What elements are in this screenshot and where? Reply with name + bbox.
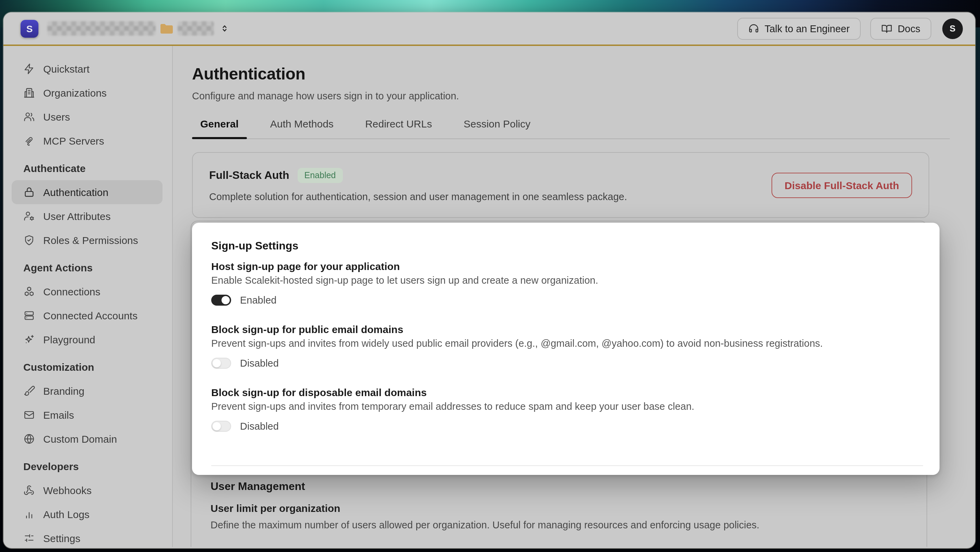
- block-disposable-email-description: Prevent sign-ups and invites from tempor…: [211, 401, 920, 412]
- sidebar-item-user-attributes[interactable]: User Attributes: [12, 204, 162, 228]
- sidebar-item-label: Custom Domain: [43, 433, 117, 445]
- stacked-rows-icon: [23, 310, 35, 321]
- fullstack-auth-description: Complete solution for authentication, se…: [209, 191, 627, 202]
- book-open-icon: [881, 23, 892, 34]
- block-disposable-email-toggle-state: Disabled: [240, 421, 279, 432]
- sidebar-item-emails[interactable]: Emails: [12, 403, 162, 427]
- sidebar-item-branding[interactable]: Branding: [12, 379, 162, 403]
- sidebar-section-authenticate: Authenticate: [12, 162, 162, 176]
- app-logo-letter: S: [26, 23, 33, 34]
- mail-icon: [23, 409, 35, 421]
- sidebar-item-label: Connections: [43, 286, 100, 297]
- tab-session-policy[interactable]: Session Policy: [464, 118, 530, 138]
- tab-auth-methods[interactable]: Auth Methods: [270, 118, 334, 138]
- tab-redirect-urls[interactable]: Redirect URLs: [365, 118, 432, 138]
- sidebar-item-label: Connected Accounts: [43, 310, 137, 321]
- project-folder-icon: [158, 20, 175, 36]
- app-header: S Talk to an Engineer Docs S: [3, 12, 975, 46]
- screen: S Talk to an Engineer Docs S: [0, 0, 980, 552]
- sidebar-item-label: Authentication: [43, 186, 108, 198]
- sidebar-item-authentication[interactable]: Authentication: [12, 180, 162, 204]
- fullstack-auth-info: Full-Stack Auth Enabled Complete solutio…: [209, 168, 627, 202]
- talk-to-engineer-label: Talk to an Engineer: [765, 23, 850, 34]
- chevrons-up-down-icon: [220, 24, 229, 33]
- block-public-email-toggle-state: Disabled: [240, 358, 279, 369]
- sliders-icon: [23, 533, 35, 544]
- sidebar-item-label: Webhooks: [43, 484, 92, 496]
- sidebar-section-customization: Customization: [12, 361, 162, 375]
- signup-settings-card: Sign-up Settings Host sign-up page for y…: [192, 223, 940, 475]
- main-content: Authentication Configure and manage how …: [173, 46, 975, 547]
- sidebar-item-webhooks[interactable]: Webhooks: [12, 478, 162, 502]
- card-divider: [211, 465, 923, 466]
- sidebar-item-label: Settings: [43, 533, 80, 544]
- sidebar-item-connected-accounts[interactable]: Connected Accounts: [12, 304, 162, 328]
- sidebar-item-label: Roles & Permissions: [43, 234, 138, 246]
- sidebar-item-playground[interactable]: Playground: [12, 328, 162, 352]
- block-public-email-toggle-row: Disabled: [211, 358, 920, 369]
- user-management-heading: User Management: [210, 481, 907, 493]
- sidebar-item-label: Branding: [43, 385, 84, 397]
- docs-label: Docs: [898, 23, 920, 34]
- lock-icon: [23, 186, 35, 198]
- enabled-badge: Enabled: [298, 168, 343, 183]
- tab-general[interactable]: General: [200, 118, 239, 138]
- fullstack-auth-title: Full-Stack Auth: [209, 169, 290, 182]
- block-disposable-email-toggle-row: Disabled: [211, 421, 920, 432]
- sidebar-item-label: Playground: [43, 334, 95, 346]
- user-cog-icon: [23, 210, 35, 222]
- sidebar-item-connections[interactable]: Connections: [12, 279, 162, 304]
- sidebar-item-organizations[interactable]: Organizations: [12, 81, 162, 105]
- sidebar-item-label: Emails: [43, 409, 74, 421]
- host-signup-toggle-row: Enabled: [211, 295, 920, 306]
- globe-icon: [23, 433, 35, 445]
- headphones-icon: [748, 23, 759, 34]
- boxes-icon: [23, 286, 35, 297]
- user-limit-title: User limit per organization: [210, 502, 907, 514]
- workspace-switcher[interactable]: [220, 24, 229, 33]
- app-window: S Talk to an Engineer Docs S: [3, 12, 975, 548]
- sidebar-item-label: Users: [43, 111, 70, 123]
- sidebar-item-label: Quickstart: [43, 63, 89, 75]
- host-signup-description: Enable Scalekit-hosted sign-up page to l…: [211, 275, 920, 286]
- disable-fullstack-auth-button[interactable]: Disable Full-Stack Auth: [772, 172, 912, 198]
- sidebar-item-custom-domain[interactable]: Custom Domain: [12, 427, 162, 451]
- app-logo: S: [21, 19, 38, 37]
- talk-to-engineer-button[interactable]: Talk to an Engineer: [737, 17, 861, 40]
- sidebar-item-label: User Attributes: [43, 210, 111, 222]
- sidebar-item-label: Organizations: [43, 87, 107, 99]
- sidebar-section-developers: Developers: [12, 460, 162, 474]
- users-icon: [23, 111, 35, 123]
- docs-button[interactable]: Docs: [870, 17, 931, 40]
- paintbrush-icon: [23, 385, 35, 397]
- sidebar-item-users[interactable]: Users: [12, 105, 162, 129]
- sidebar-item-settings[interactable]: Settings: [12, 526, 162, 547]
- sidebar-item-roles-permissions[interactable]: Roles & Permissions: [12, 228, 162, 252]
- user-management-section: User Management User limit per organizat…: [210, 481, 907, 530]
- tab-bar: General Auth Methods Redirect URLs Sessi…: [192, 118, 950, 139]
- page-subtitle: Configure and manage how users sign in t…: [192, 90, 975, 102]
- sidebar-item-auth-logs[interactable]: Auth Logs: [12, 502, 162, 526]
- block-disposable-email-toggle[interactable]: [211, 421, 231, 432]
- user-avatar[interactable]: S: [942, 18, 963, 39]
- fullstack-auth-card: Full-Stack Auth Enabled Complete solutio…: [192, 152, 929, 218]
- zap-icon: [23, 63, 35, 75]
- user-limit-description: Define the maximum number of users allow…: [210, 519, 907, 530]
- avatar-letter: S: [950, 23, 955, 33]
- sidebar-item-label: MCP Servers: [43, 135, 104, 147]
- bar-chart-icon: [23, 509, 35, 520]
- building-icon: [23, 87, 35, 99]
- block-public-email-toggle[interactable]: [211, 358, 231, 369]
- webhook-icon: [23, 484, 35, 496]
- environment-name-redacted: [178, 21, 214, 36]
- block-disposable-email-title: Block sign-up for disposable email domai…: [211, 387, 920, 398]
- sidebar-item-mcp-servers[interactable]: MCP Servers: [12, 129, 162, 153]
- sparkles-icon: [23, 334, 35, 346]
- block-public-email-title: Block sign-up for public email domains: [211, 324, 920, 335]
- sidebar-item-quickstart[interactable]: Quickstart: [12, 57, 162, 81]
- page-title: Authentication: [192, 64, 975, 84]
- mcp-icon: [23, 135, 35, 147]
- sidebar-section-agent-actions: Agent Actions: [12, 262, 162, 276]
- host-signup-toggle[interactable]: [211, 295, 231, 306]
- block-public-email-description: Prevent sign-ups and invites from widely…: [211, 338, 920, 349]
